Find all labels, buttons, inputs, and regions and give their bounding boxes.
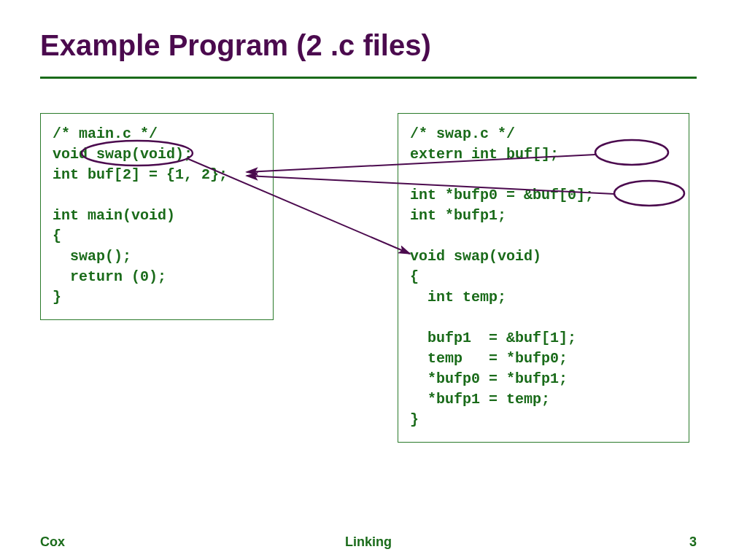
slide-title: Example Program (2 .c files) [40, 29, 431, 62]
title-divider [40, 77, 697, 79]
footer-page-number: 3 [689, 534, 697, 550]
slide: Example Program (2 .c files) /* main.c *… [0, 0, 747, 560]
code-main-c: /* main.c */ void swap(void); int buf[2]… [53, 124, 261, 308]
footer-topic: Linking [40, 534, 697, 550]
code-box-main-c: /* main.c */ void swap(void); int buf[2]… [40, 113, 274, 320]
code-box-swap-c: /* swap.c */ extern int buf[]; int *bufp… [398, 113, 689, 443]
code-swap-c: /* swap.c */ extern int buf[]; int *bufp… [410, 124, 677, 430]
